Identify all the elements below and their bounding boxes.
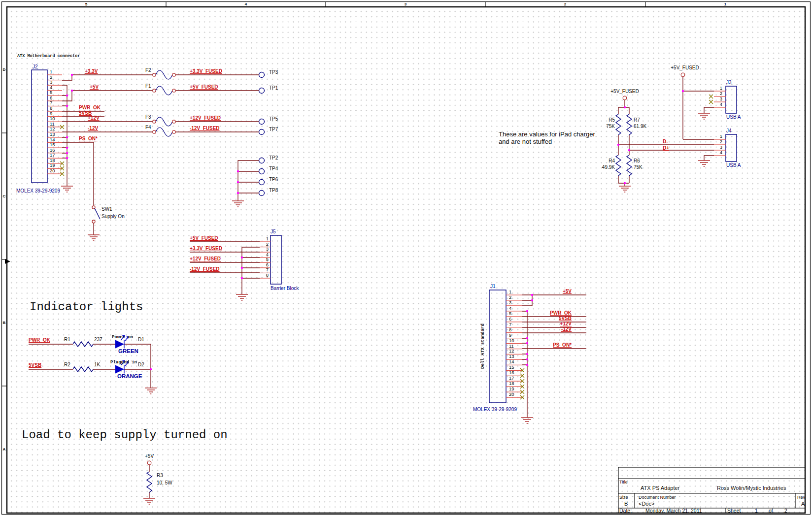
pin-number: 6 <box>50 95 52 100</box>
j5-net-5v-fused: +5V_FUSED <box>190 235 218 241</box>
pin-number: 2 <box>509 294 511 300</box>
tp8-label: TP8 <box>269 188 278 193</box>
j2-ref: J2 <box>33 64 38 69</box>
pin-number: 3 <box>720 144 722 150</box>
pin-number: 15 <box>50 142 55 147</box>
gnd-j1 <box>521 418 533 423</box>
connector-j2[interactable]: J2 MOLEX 39-29-9209 12345678910111213141… <box>16 64 62 194</box>
ind-net-pwrok: PWR_OK <box>29 337 51 343</box>
tp7-label: TP7 <box>269 127 278 132</box>
title-block: Title ATX PS Adapter Ross Wolin/Mystic I… <box>618 467 806 514</box>
testpoint-tp1[interactable] <box>259 88 265 94</box>
j5-pins: 12345678 <box>260 236 271 278</box>
pin-number: 6 <box>509 316 511 322</box>
pwr-left-label: +5V_FUSED <box>610 89 639 94</box>
tp5-label: TP5 <box>269 116 278 122</box>
testpoint-tp5[interactable] <box>259 119 265 125</box>
pin-number: 18 <box>509 381 514 386</box>
d2-ref: D2 <box>138 362 144 367</box>
gnd-j4 <box>698 161 710 166</box>
pin-number: 20 <box>509 391 514 397</box>
pwr-right-label: +5V_FUSED <box>671 65 699 70</box>
j1-net-5v: +5V <box>563 289 572 294</box>
net-dplus: D+ <box>663 145 669 151</box>
resistor-r6[interactable] <box>627 155 632 176</box>
net-5v-fused: +5V_FUSED <box>190 84 218 90</box>
pin-number: 13 <box>50 131 55 137</box>
resistor-r7[interactable] <box>627 114 632 135</box>
net-dminus: D- <box>663 139 668 144</box>
tp-gnd-wires <box>238 161 259 201</box>
tb-doc-label: Document Number <box>639 495 676 500</box>
resistor-r3[interactable] <box>147 472 152 492</box>
ipad-note-line2: and are not stuffed <box>499 138 552 145</box>
j1-pins: 1234567891011121314151617181920 <box>506 289 522 397</box>
pin-number: 14 <box>509 359 514 364</box>
gnd-load <box>143 498 155 504</box>
j4-pins: 1234 <box>714 133 726 156</box>
fuse-f2[interactable] <box>153 70 175 79</box>
gnd-charger <box>619 186 631 192</box>
tb-company: Ross Wolin/Mystic Industries <box>717 485 786 491</box>
net-5v: +5V <box>90 84 99 90</box>
net-m12v: -12V <box>88 126 98 131</box>
testpoint-tp8[interactable] <box>259 191 265 196</box>
testpoint-tp6[interactable] <box>259 180 265 185</box>
connector-j5[interactable]: J5 Barrier Block 12345678 <box>260 229 299 291</box>
pin-number: 1 <box>266 236 269 241</box>
r1-val: 237 <box>94 337 102 342</box>
net-12v: +12V <box>88 115 100 121</box>
tb-size: B <box>624 501 628 507</box>
f3-ref: F3 <box>145 114 151 120</box>
pin-number: 8 <box>50 105 52 111</box>
zone-top-2: 2 <box>564 2 567 6</box>
d2-caption: Plugged in <box>110 360 137 365</box>
pin-number: 17 <box>50 152 55 158</box>
gnd-sw1 <box>88 235 100 241</box>
net-3v3-fused: +3.3V_FUSED <box>190 68 222 74</box>
connector-j3[interactable]: J3 USB A 1234 <box>714 80 741 120</box>
tb-sheet-of: of <box>769 508 773 514</box>
fuse-f3[interactable] <box>153 117 175 126</box>
r4-ref: R4 <box>609 158 615 163</box>
testpoint-tp7[interactable] <box>259 129 265 135</box>
atx-connector-note: ATX Motherboard connector <box>17 54 80 59</box>
tb-sheet-label: Sheet <box>727 508 741 514</box>
r5-ref: R5 <box>609 117 615 123</box>
fuse-f4[interactable] <box>153 128 175 136</box>
pin-number: 15 <box>509 364 514 370</box>
switch-sw1[interactable] <box>92 206 100 223</box>
pin-number: 2 <box>266 241 269 247</box>
pin-number: 4 <box>509 305 511 311</box>
resistor-r1[interactable] <box>73 342 93 347</box>
fuse-f1[interactable] <box>153 86 175 95</box>
r5-val: 75K <box>606 124 615 129</box>
resistor-r5[interactable] <box>616 114 621 135</box>
testpoint-tp2[interactable] <box>259 158 265 163</box>
pin-number: 1 <box>720 133 722 139</box>
pin-number: 9 <box>50 111 52 116</box>
r6-ref: R6 <box>634 158 640 163</box>
pin-number: 8 <box>266 272 269 278</box>
tb-doc: <Doc> <box>639 501 654 507</box>
r7-ref: R7 <box>634 117 640 123</box>
connector-j1[interactable]: J1 Dell ATX standard MOLEX 39-29-9209 12… <box>473 284 522 412</box>
testpoint-tp3[interactable] <box>259 72 265 78</box>
pin-number: 16 <box>509 370 514 375</box>
connector-j4[interactable]: J4 USB A 1234 <box>714 128 741 168</box>
j5-part: Barrier Block <box>271 286 299 291</box>
power-symbol-5v-fused-right <box>681 73 685 77</box>
resistor-r4[interactable] <box>616 155 621 176</box>
pin-number: 5 <box>266 257 269 262</box>
schematic-sheet: 5 4 3 2 1 D C B A ATX Motherboard connec… <box>0 0 812 516</box>
resistor-r2[interactable] <box>73 367 93 372</box>
tb-rev: A <box>801 501 805 507</box>
pin-number: 4 <box>720 101 722 107</box>
j1-net-12v: +12V <box>560 321 572 326</box>
testpoint-tp4[interactable] <box>259 169 265 174</box>
indicator-lights-title: Indicator lights <box>30 300 143 314</box>
j1-side-label: Dell ATX standard <box>480 323 485 369</box>
j5-net-12v-fused: +12V_FUSED <box>190 256 221 261</box>
j1-net-5vsb: 5VSB <box>559 316 572 321</box>
tp6-label: TP6 <box>269 177 278 182</box>
